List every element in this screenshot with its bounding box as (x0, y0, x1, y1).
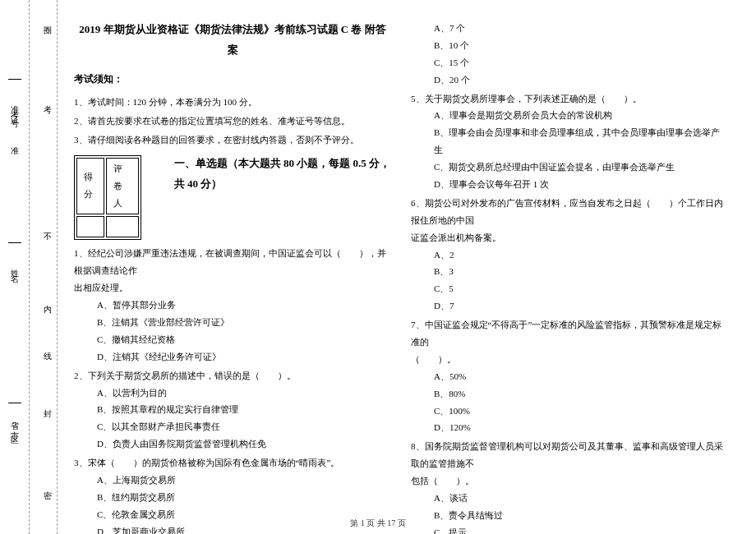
option-c: C、100% (411, 403, 728, 420)
score-table: 得分 评卷人 (74, 155, 141, 241)
question-stem: 包括（ ）。 (411, 472, 728, 490)
option-d: D、负责人由国务院期货监督管理机构任免 (74, 435, 391, 453)
notice-line: 2、请首先按要求在试卷的指定位置填写您的姓名、准考证号等信息。 (74, 113, 391, 130)
sidebar-char-circle: 圈 (41, 20, 53, 25)
option-c: C、以其全部财产承担民事责任 (74, 418, 391, 435)
question-stem: 6、期货公司对外发布的广告宣传材料，应当自发布之日起（ ）个工作日内报住所地的中… (411, 195, 728, 229)
option-b: B、10 个 (411, 37, 728, 54)
sidebar-char-bu: 不 (41, 226, 53, 231)
sidebar-char-kao: 考 (41, 99, 53, 104)
binding-fold-line (29, 0, 30, 534)
page-footer: 第 1 页 共 17 页 (0, 518, 756, 529)
option-a: A、理事会是期货交易所会员大会的常设机构 (411, 107, 728, 124)
question-7: 7、中国证监会规定“不得高于”一定标准的风险监管指标，其预警标准是规定标准的 （… (411, 316, 728, 436)
option-d: D、120% (411, 419, 728, 436)
sidebar-name-label: 姓名 (8, 263, 20, 273)
grader-cell-blank (106, 216, 138, 238)
option-c: C、撤销其经纪资格 (74, 331, 391, 348)
option-d: D、理事会会议每年召开 1 次 (411, 176, 728, 193)
score-cell-label: 得分 (76, 158, 104, 214)
option-b: B、纽约期货交易所 (74, 489, 391, 506)
sidebar-char-nei: 内 (41, 298, 53, 303)
option-d: D、7 (411, 297, 728, 315)
sidebar-ticket-label: 准考证号 (8, 99, 20, 118)
sidebar-char-mi: 密 (41, 485, 53, 490)
question-1: 1、经纪公司涉嫌严重违法违规，在被调查期间，中国证监会可以（ ），并根据调查结论… (74, 245, 391, 365)
notice-heading: 考试须知： (74, 70, 391, 89)
option-a: A、上海期货交易所 (74, 472, 391, 489)
option-a: A、暂停其部分业务 (74, 297, 391, 314)
score-cell-blank (76, 216, 104, 238)
question-stem: （ ）。 (411, 351, 728, 368)
option-b: B、注销其《营业部经营许可证》 (74, 314, 391, 331)
sidebar-char-zhun: 准 (8, 140, 20, 145)
left-column: 2019 年期货从业资格证《期货法律法规》考前练习试题 C 卷 附答案 考试须知… (66, 0, 403, 534)
question-stem: 7、中国证监会规定“不得高于”一定标准的风险监管指标，其预警标准是规定标准的 (411, 316, 728, 351)
question-5: 5、关于期货交易所理事会，下列表述正确的是（ ）。 A、理事会是期货交易所会员大… (411, 90, 728, 193)
question-stem: 2、下列关于期货交易所的描述中，错误的是（ ）。 (74, 367, 391, 384)
sidebar-blank-line (8, 242, 21, 243)
right-column: A、7 个 B、10 个 C、15 个 D、20 个 5、关于期货交易所理事会，… (403, 0, 740, 534)
option-a: A、2 (411, 246, 728, 264)
grader-cell-label: 评卷人 (106, 158, 138, 214)
option-a: A、谈话 (411, 490, 728, 507)
option-b: B、3 (411, 263, 728, 280)
option-a: A、50% (411, 368, 728, 385)
option-d: D、注销其《经纪业务许可证》 (74, 348, 391, 366)
option-c: C、5 (411, 280, 728, 297)
section-1-title: 一、单选题（本大题共 80 小题，每题 0.5 分，共 40 分） (174, 150, 391, 194)
option-b: B、理事会由会员理事和非会员理事组成，其中会员理事由理事会选举产生 (411, 124, 728, 159)
score-section-row: 得分 评卷人 一、单选题（本大题共 80 小题，每题 0.5 分，共 40 分） (74, 150, 391, 244)
question-6: 6、期货公司对外发布的广告宣传材料，应当自发布之日起（ ）个工作日内报住所地的中… (411, 195, 728, 315)
sidebar-char-feng: 封 (41, 403, 53, 407)
page-body: 2019 年期货从业资格证《期货法律法规》考前练习试题 C 卷 附答案 考试须知… (66, 0, 756, 534)
option-a: A、以营利为目的 (74, 384, 391, 402)
question-stem: 5、关于期货交易所理事会，下列表述正确的是（ ）。 (411, 90, 728, 108)
question-2: 2、下列关于期货交易所的描述中，错误的是（ ）。 A、以营利为目的 B、按照其章… (74, 367, 391, 453)
option-b: B、80% (411, 385, 728, 403)
sidebar-char-xian: 线 (41, 345, 53, 350)
sidebar-blank-line (8, 403, 21, 403)
question-stem: 3、宋体（ ）的期货价格被称为国际有色金属市场的“晴雨表”。 (74, 454, 391, 472)
option-c: C、15 个 (411, 54, 728, 71)
binding-sidebar: 圈 准考证号 考 准 不 姓名 内 线 封 省（市区） 密 (0, 0, 58, 534)
option-a: A、7 个 (411, 20, 728, 37)
option-b: B、按照其章程的规定实行自律管理 (74, 401, 391, 418)
question-stem: 证监会派出机构备案。 (411, 229, 728, 246)
question-stem: 1、经纪公司涉嫌严重违法违规，在被调查期间，中国证监会可以（ ），并根据调查结论… (74, 245, 391, 279)
sidebar-province-label: 省（市区） (8, 415, 20, 440)
exam-title: 2019 年期货从业资格证《期货法律法规》考前练习试题 C 卷 附答案 (74, 20, 391, 60)
option-c: C、期货交易所总经理由中国证监会提名，由理事会选举产生 (411, 159, 728, 176)
sidebar-blank-line (8, 79, 21, 80)
question-stem: 出相应处理。 (74, 279, 391, 297)
question-stem: 8、国务院期货监督管理机构可以对期货公司及其董事、监事和高级管理人员采取的监管措… (411, 438, 728, 472)
notice-line: 1、考试时间：120 分钟，本卷满分为 100 分。 (74, 94, 391, 111)
notice-line: 3、请仔细阅读各种题目的回答要求，在密封线内答题，否则不予评分。 (74, 131, 391, 149)
option-d: D、20 个 (411, 71, 728, 89)
